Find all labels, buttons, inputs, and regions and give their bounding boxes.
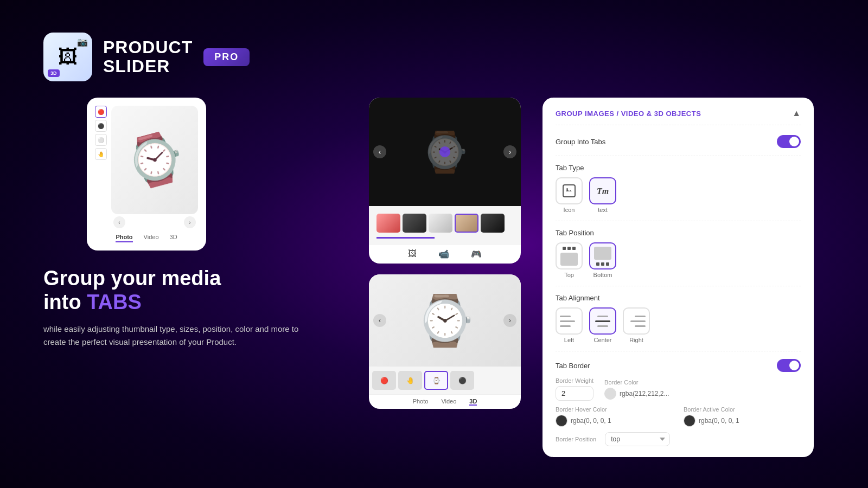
tab-position-label: Tab Position	[556, 229, 594, 237]
small-thumb-1[interactable]: 🔴	[95, 106, 107, 118]
tab-position-top-btn[interactable]: Top	[556, 242, 583, 278]
text-content: Group your media into TABS while easily …	[43, 267, 347, 349]
description: while easily adjusting thumbnail type, s…	[43, 323, 304, 349]
border-color-label: Border Color	[604, 379, 669, 386]
tab-position-options: Top Bottom	[556, 242, 616, 278]
border-active-label: Border Active Color	[684, 406, 801, 413]
svg-text:Tт: Tт	[597, 187, 609, 196]
demo-tab-photo-icon[interactable]: 🖼	[408, 249, 417, 259]
tab-type-label: Tab Type	[556, 164, 584, 172]
demo-tab-icons: 🖼 📹 🎮	[369, 244, 521, 264]
border-weight-input[interactable]	[556, 386, 593, 401]
border-position-row: Border Position top bottom left right al…	[556, 432, 801, 446]
demo-bottom-tab-3d[interactable]: 3D	[469, 398, 477, 406]
demo-video-next[interactable]: ›	[503, 145, 516, 158]
tab-alignment-label: Tab Alignment	[556, 294, 600, 302]
demo-video-indicator	[439, 146, 450, 157]
demo-bottom-card-tabs: Photo Video 3D	[369, 394, 521, 409]
small-thumb-2[interactable]: ⚫	[95, 120, 107, 132]
app-logo: 🖼 3D 📷	[43, 33, 92, 81]
border-active-color-group: rgba(0, 0, 0, 1	[684, 415, 801, 427]
pro-badge: PRO	[203, 48, 250, 66]
tab-align-center-label: Center	[593, 337, 611, 343]
border-hover-label: Border Hover Color	[556, 406, 673, 413]
demo-bottom-tab-photo[interactable]: Photo	[413, 398, 429, 406]
panel-title: GROUP IMAGES / VIDEO & 3D OBJECTS	[556, 110, 701, 118]
demo-card-video: ⌚ ‹ › 🖼 📹 🎮	[369, 98, 521, 264]
tab-position-top-label: Top	[564, 272, 574, 278]
small-card-next[interactable]: ›	[184, 216, 196, 228]
tab-alignment-options: Left Center	[556, 307, 650, 343]
tab-type-icon-label: Icon	[564, 207, 575, 213]
demo-tab-3d-icon[interactable]: 🎮	[471, 249, 482, 259]
border-color-group: rgba(212,212,2...	[604, 388, 669, 400]
demo-tab-video-icon[interactable]: 📹	[438, 249, 449, 259]
demo-thumb-3[interactable]	[429, 214, 452, 233]
tab-border-section: Tab Border Border Weight Border Color rg…	[556, 359, 801, 446]
demo-bottom-thumb-1[interactable]: 🔴	[372, 371, 396, 390]
tab-align-left-label: Left	[564, 337, 574, 343]
app-title: PRODUCT SLIDER	[103, 38, 193, 76]
demo-thumbnails	[372, 209, 518, 237]
headline-line1: Group your media	[43, 267, 221, 290]
headline-line2-normal: into	[43, 291, 87, 313]
demo-thumb-5[interactable]	[481, 214, 505, 233]
small-tab-video[interactable]: Video	[144, 233, 159, 242]
border-color-preview[interactable]	[604, 388, 616, 400]
right-panel: GROUP IMAGES / VIDEO & 3D OBJECTS ▲ Grou…	[542, 98, 814, 457]
small-card-prev[interactable]: ‹	[113, 216, 125, 228]
border-color-value: rgba(212,212,2...	[620, 390, 669, 397]
group-into-tabs-row: Group Into Tabs	[556, 135, 801, 156]
tab-position-row: Tab Position Top	[556, 229, 801, 286]
svg-point-1	[566, 188, 568, 190]
tab-border-label: Tab Border	[556, 362, 590, 370]
border-active-color-value: rgba(0, 0, 0, 1	[699, 417, 739, 425]
border-hover-color-preview[interactable]	[556, 415, 567, 427]
title-line2: SLIDER	[103, 57, 193, 76]
border-position-select[interactable]: top bottom left right all	[605, 432, 670, 446]
border-active-color-preview[interactable]	[684, 415, 695, 427]
demo-thumb-2[interactable]	[403, 214, 426, 233]
tab-align-right-box	[623, 307, 650, 335]
tab-type-text-btn[interactable]: Tт text	[589, 177, 616, 213]
tab-align-right-btn[interactable]: Right	[623, 307, 650, 343]
tab-position-bottom-box	[589, 242, 616, 269]
tab-align-center-btn[interactable]: Center	[589, 307, 616, 343]
demo-progress-bar	[376, 237, 435, 239]
small-tab-3d[interactable]: 3D	[170, 233, 177, 242]
border-hover-color-group: rgba(0, 0, 0, 1	[556, 415, 673, 427]
group-into-tabs-toggle[interactable]	[777, 135, 801, 148]
demo-thumb-4[interactable]	[455, 214, 478, 233]
tab-align-center-box	[589, 307, 616, 335]
small-thumb-4[interactable]: 🤚	[95, 148, 107, 160]
tab-position-bottom-label: Bottom	[593, 272, 612, 278]
demo-thumb-1[interactable]	[376, 214, 400, 233]
demo-bottom-tab-video[interactable]: Video	[441, 398, 456, 406]
left-section: 🔴 ⚫ ⚪ 🤚 ⌚ ‹ ›	[43, 98, 347, 349]
tab-type-icon-box	[556, 177, 583, 204]
tab-border-toggle[interactable]	[777, 359, 801, 372]
tab-align-left-btn[interactable]: Left	[556, 307, 583, 343]
demo-bottom-thumb-3[interactable]: ⌚	[424, 371, 448, 390]
group-into-tabs-label: Group Into Tabs	[556, 138, 605, 146]
tab-type-icon-btn[interactable]: Icon	[556, 177, 583, 213]
title-line1: PRODUCT	[103, 38, 193, 57]
demo-card-3d: ⌚ ‹ › 🔴 🤚 ⌚ ⚫ Photo Video 3D	[369, 274, 521, 409]
tab-alignment-row: Tab Alignment Left	[556, 294, 801, 351]
small-tab-photo[interactable]: Photo	[116, 233, 132, 242]
small-thumb-3[interactable]: ⚪	[95, 134, 107, 146]
demo-3d-next[interactable]: ›	[503, 314, 516, 327]
border-hover-active-row: Border Hover Color rgba(0, 0, 0, 1 Borde…	[556, 406, 801, 427]
small-card-tabs: Photo Video 3D	[95, 233, 198, 242]
center-section: ⌚ ‹ › 🖼 📹 🎮	[369, 98, 521, 409]
demo-bottom-thumb-2[interactable]: 🤚	[398, 371, 422, 390]
demo-3d-prev[interactable]: ‹	[373, 314, 386, 327]
tab-type-row: Tab Type Icon Tт	[556, 164, 801, 221]
panel-collapse-btn[interactable]: ▲	[792, 108, 801, 118]
card-nav: ‹ ›	[111, 216, 198, 228]
border-weight-label: Border Weight	[556, 377, 593, 384]
tab-position-bottom-btn[interactable]: Bottom	[589, 242, 616, 278]
demo-3d-area: ⌚ ‹ ›	[369, 274, 521, 367]
demo-bottom-thumb-4[interactable]: ⚫	[450, 371, 474, 390]
demo-video-prev[interactable]: ‹	[373, 145, 386, 158]
